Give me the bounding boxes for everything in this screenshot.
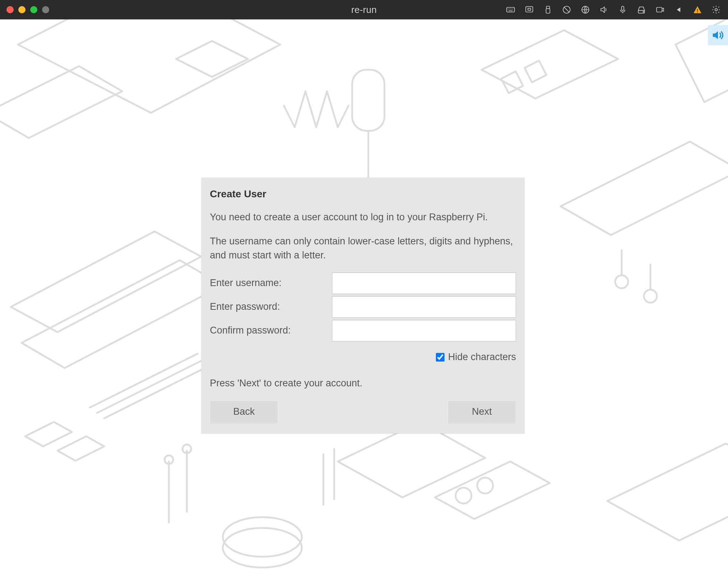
dialog-intro-text: You need to create a user account to log… <box>210 210 516 224</box>
disk-icon[interactable] <box>636 4 647 15</box>
speaker-icon[interactable] <box>599 4 609 15</box>
svg-rect-7 <box>622 6 624 10</box>
next-button[interactable]: Next <box>448 400 516 423</box>
svg-rect-10 <box>697 9 698 11</box>
svg-rect-9 <box>656 8 662 12</box>
microphone-icon[interactable] <box>617 4 628 15</box>
hide-characters-checkbox[interactable] <box>436 353 444 362</box>
password-label: Enter password: <box>210 300 332 314</box>
form-grid: Enter username: Enter password: Confirm … <box>210 272 516 341</box>
vm-menubar: re-run <box>0 0 728 19</box>
dialog-rules-text: The username can only contain lower-case… <box>210 234 516 262</box>
camera-icon[interactable] <box>655 4 665 15</box>
window-controls <box>6 6 49 13</box>
desktop: Create User You need to create a user ac… <box>0 19 728 570</box>
username-input[interactable] <box>332 272 516 294</box>
display-icon[interactable] <box>524 4 535 15</box>
back-triangle-icon[interactable] <box>673 4 684 15</box>
confirm-password-input[interactable] <box>332 320 516 341</box>
dialog-button-row: Back Next <box>210 400 516 423</box>
network-disabled-icon[interactable] <box>561 4 572 15</box>
dialog-hint-text: Press 'Next' to create your account. <box>210 376 516 390</box>
dialog-title: Create User <box>210 187 516 202</box>
hide-characters-label: Hide characters <box>448 350 516 364</box>
window-title: re-run <box>351 4 377 15</box>
svg-rect-1 <box>526 6 533 12</box>
usb-icon[interactable] <box>543 4 553 15</box>
minimize-window-button[interactable] <box>18 6 26 13</box>
volume-indicator[interactable] <box>708 25 728 45</box>
confirm-password-label: Confirm password: <box>210 323 332 337</box>
create-user-dialog: Create User You need to create a user ac… <box>201 178 525 433</box>
svg-point-12 <box>715 9 718 11</box>
vm-toolbar-icons <box>505 4 722 15</box>
password-input[interactable] <box>332 296 516 318</box>
zoom-window-button[interactable] <box>30 6 37 13</box>
svg-rect-2 <box>528 8 531 10</box>
close-window-button[interactable] <box>6 6 14 13</box>
back-button[interactable]: Back <box>210 400 278 423</box>
warning-icon[interactable] <box>692 4 703 15</box>
svg-rect-4 <box>546 9 550 13</box>
username-label: Enter username: <box>210 276 332 290</box>
hide-characters-row: Hide characters <box>210 350 516 364</box>
globe-icon[interactable] <box>580 4 591 15</box>
svg-rect-11 <box>697 12 698 12</box>
svg-point-8 <box>643 12 644 12</box>
keyboard-icon[interactable] <box>505 4 516 15</box>
gear-icon[interactable] <box>711 4 722 15</box>
svg-rect-3 <box>547 6 550 9</box>
window-dimmed-indicator <box>42 6 49 13</box>
